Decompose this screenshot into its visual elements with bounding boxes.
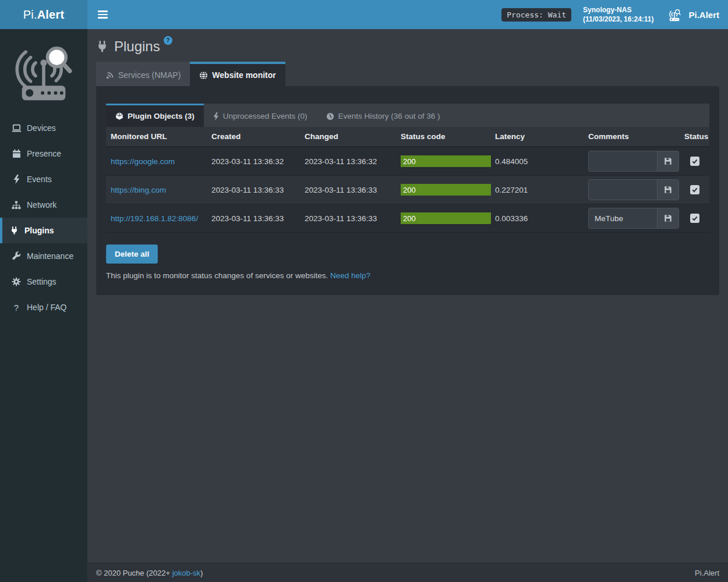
main-content: Plugins ? Services (NMAP) Website monito… <box>87 29 728 582</box>
globe-icon <box>199 71 208 80</box>
app-logo-text: Pi.Alert <box>23 8 65 22</box>
app-logo[interactable]: Pi.Alert <box>0 0 87 29</box>
process-status-badge: Process: Wait <box>501 8 571 22</box>
calendar-icon <box>11 149 22 158</box>
tab-website-monitor[interactable]: Website monitor <box>190 62 285 86</box>
save-comment-button[interactable] <box>657 208 678 228</box>
broadcast-icon <box>105 71 114 80</box>
save-comment-button[interactable] <box>657 151 678 171</box>
sidebar-item-label: Presence <box>27 149 61 158</box>
floppy-save-icon <box>664 214 672 222</box>
sidebar-item-maintenance[interactable]: Maintenance <box>0 243 87 269</box>
latency-cell: 0.227201 <box>490 176 584 204</box>
created-cell: 2023-03-11 13:36:33 <box>207 204 300 233</box>
navbar-brand[interactable]: Pi.Alert <box>665 7 719 22</box>
sidebar-item-label: Devices <box>27 123 56 133</box>
website-monitor-panel: Plugin Objects (3) Unprocessed Events (0… <box>96 86 719 295</box>
laptop-icon <box>11 124 22 133</box>
tab-services-nmap[interactable]: Services (NMAP) <box>96 62 190 86</box>
changed-cell: 2023-03-11 13:36:33 <box>300 176 396 204</box>
need-help-link[interactable]: Need help? <box>330 271 370 280</box>
bolt-icon <box>11 175 22 184</box>
col-status-code: Status code <box>396 127 490 147</box>
created-cell: 2023-03-11 13:36:33 <box>207 176 300 204</box>
sidebar-item-label: Help / FAQ <box>27 303 66 312</box>
sidebar-item-network[interactable]: Network <box>0 192 87 218</box>
status-checkbox[interactable] <box>690 157 699 166</box>
sidebar-item-label: Events <box>27 175 52 184</box>
sidebar-item-presence[interactable]: Presence <box>0 141 87 166</box>
gear-icon <box>11 277 22 286</box>
host-time: (11/03/2023, 16:24:11) <box>583 15 653 24</box>
sidebar-item-devices[interactable]: Devices <box>0 115 87 141</box>
host-name: Synology-NAS <box>583 5 653 15</box>
plugin-description: This plugin is to monitor status changes… <box>106 271 328 280</box>
created-cell: 2023-03-11 13:36:32 <box>207 147 300 176</box>
footer-brand: Pi.Alert <box>695 569 719 577</box>
plugin-objects-table: Monitored URL Created Changed Status cod… <box>106 127 709 233</box>
sidebar-item-events[interactable]: Events <box>0 166 87 192</box>
jokob-sk-link[interactable]: jokob-sk <box>172 569 200 577</box>
copyright-text: © 2020 Puche (2022+ jokob-sk) <box>96 569 203 577</box>
col-comments: Comments <box>584 127 680 147</box>
subtab-plugin-objects[interactable]: Plugin Objects (3) <box>106 104 204 127</box>
latency-cell: 0.003336 <box>490 204 584 233</box>
top-navbar: Pi.Alert Process: Wait Synology-NAS (11/… <box>0 0 728 29</box>
sidebar-item-settings[interactable]: Settings <box>0 269 87 294</box>
col-status: Status <box>680 127 709 147</box>
sidebar-item-help[interactable]: ? Help / FAQ <box>0 294 87 320</box>
subtab-events-history[interactable]: Events History (36 out of 36 ) <box>317 104 450 127</box>
comment-input[interactable] <box>589 180 657 200</box>
sitemap-icon <box>11 201 22 210</box>
changed-cell: 2023-03-11 13:36:33 <box>300 204 396 233</box>
delete-all-button[interactable]: Delete all <box>106 244 158 264</box>
sidebar-item-plugins[interactable]: Plugins <box>0 218 87 243</box>
col-changed: Changed <box>300 127 396 147</box>
router-scan-icon <box>665 7 684 22</box>
plugin-tabs: Services (NMAP) Website monitor <box>96 62 719 86</box>
subtab-label: Events History (36 out of 36 ) <box>338 112 440 120</box>
status-checkbox[interactable] <box>690 214 699 223</box>
page-title: Plugins <box>114 38 160 55</box>
wrench-icon <box>11 251 22 261</box>
bolt-icon <box>213 112 219 120</box>
tab-label: Website monitor <box>212 70 275 80</box>
sidebar-item-label: Maintenance <box>27 251 73 261</box>
floppy-save-icon <box>664 157 672 165</box>
question-icon: ? <box>11 303 22 313</box>
comment-input[interactable] <box>589 151 657 171</box>
host-info: Synology-NAS (11/03/2023, 16:24:11) <box>583 5 653 24</box>
status-code-bar: 200 <box>401 184 491 196</box>
col-created: Created <box>207 127 300 147</box>
monitored-url-link[interactable]: http://192.168.1.82:8086/ <box>111 214 198 223</box>
changed-cell: 2023-03-11 13:36:32 <box>300 147 396 176</box>
subtab-label: Plugin Objects (3) <box>128 112 195 120</box>
sidebar-item-label: Network <box>27 200 56 210</box>
plugin-subtabs: Plugin Objects (3) Unprocessed Events (0… <box>106 104 709 127</box>
subtab-unprocessed-events[interactable]: Unprocessed Events (0) <box>204 104 317 127</box>
sidebar: Devices Presence Events Network <box>0 29 87 582</box>
plug-icon <box>9 226 19 235</box>
status-code-bar: 200 <box>401 212 491 224</box>
save-comment-button[interactable] <box>657 180 678 200</box>
hamburger-icon[interactable] <box>96 7 110 22</box>
comment-input[interactable] <box>589 208 657 228</box>
footer: © 2020 Puche (2022+ jokob-sk) Pi.Alert <box>87 563 728 582</box>
table-row: https://google.com 2023-03-11 13:36:32 2… <box>106 147 709 176</box>
col-latency: Latency <box>490 127 584 147</box>
monitored-url-link[interactable]: https://bing.com <box>111 186 166 194</box>
pialert-logo <box>11 36 76 105</box>
navbar-brand-text: Pi.Alert <box>688 10 719 20</box>
clock-icon <box>326 112 334 120</box>
page-help-badge[interactable]: ? <box>164 36 172 45</box>
status-checkbox[interactable] <box>690 185 699 194</box>
status-code-bar: 200 <box>401 155 491 167</box>
sidebar-item-label: Plugins <box>24 226 54 235</box>
monitored-url-link[interactable]: https://google.com <box>111 157 175 166</box>
col-monitored-url: Monitored URL <box>106 127 207 147</box>
table-row: https://bing.com 2023-03-11 13:36:33 202… <box>106 176 709 204</box>
latency-cell: 0.484005 <box>490 147 584 176</box>
table-row: http://192.168.1.82:8086/ 2023-03-11 13:… <box>106 204 709 233</box>
sidebar-item-label: Settings <box>27 277 56 286</box>
subtab-label: Unprocessed Events (0) <box>223 112 308 120</box>
